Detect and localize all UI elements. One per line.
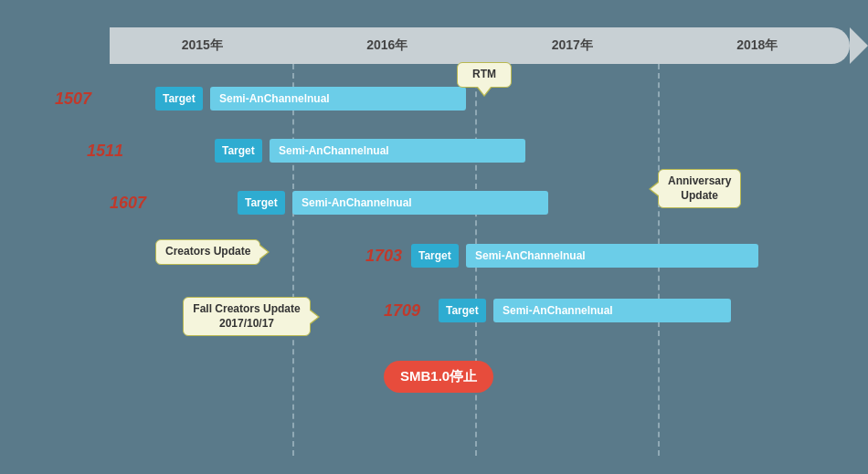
- callout-anniversary: Anniversary Update: [658, 169, 741, 208]
- target-btn-1703: Target: [411, 244, 459, 268]
- semi-bar-1709: Semi-AnChannelnual: [493, 299, 731, 322]
- version-1709: 1709: [384, 301, 420, 321]
- year-2016: 2016年: [295, 37, 481, 54]
- year-2015: 2015年: [110, 37, 295, 54]
- callout-creators: Creators Update: [155, 239, 260, 265]
- callout-rtm-arrow-inner: [478, 87, 491, 95]
- year-2017: 2017年: [480, 37, 665, 54]
- semi-bar-1511: Semi-AnChannelnual: [270, 139, 525, 163]
- callout-creators-arrow-inner: [259, 246, 268, 258]
- version-1511: 1511: [87, 142, 123, 161]
- target-btn-1709: Target: [439, 299, 486, 322]
- semi-bar-1507: Semi-AnChannelnual: [210, 87, 466, 111]
- version-1703: 1703: [365, 247, 402, 266]
- version-1507: 1507: [55, 90, 91, 109]
- target-btn-1607: Target: [238, 191, 285, 215]
- version-1607: 1607: [110, 194, 146, 213]
- dashed-line-2016: [292, 64, 294, 456]
- year-2018: 2018年: [665, 37, 851, 54]
- smb-badge: SMB1.0停止: [384, 361, 493, 393]
- chart-container: 2015年 2016年 2017年 2018年 1507 Target Semi…: [37, 27, 850, 456]
- callout-fall-creators-arrow-inner: [310, 311, 318, 323]
- timeline-header: 2015年 2016年 2017年 2018年: [110, 27, 850, 64]
- callout-rtm: RTM: [457, 62, 512, 88]
- callout-fall-creators: Fall Creators Update 2017/10/17: [183, 297, 311, 336]
- target-btn-1507: Target: [155, 87, 203, 111]
- target-btn-1511: Target: [215, 139, 262, 163]
- callout-anniversary-arrow-inner: [651, 183, 659, 195]
- semi-bar-1607: Semi-AnChannelnual: [292, 191, 548, 215]
- semi-bar-1703: Semi-AnChannelnual: [466, 244, 758, 268]
